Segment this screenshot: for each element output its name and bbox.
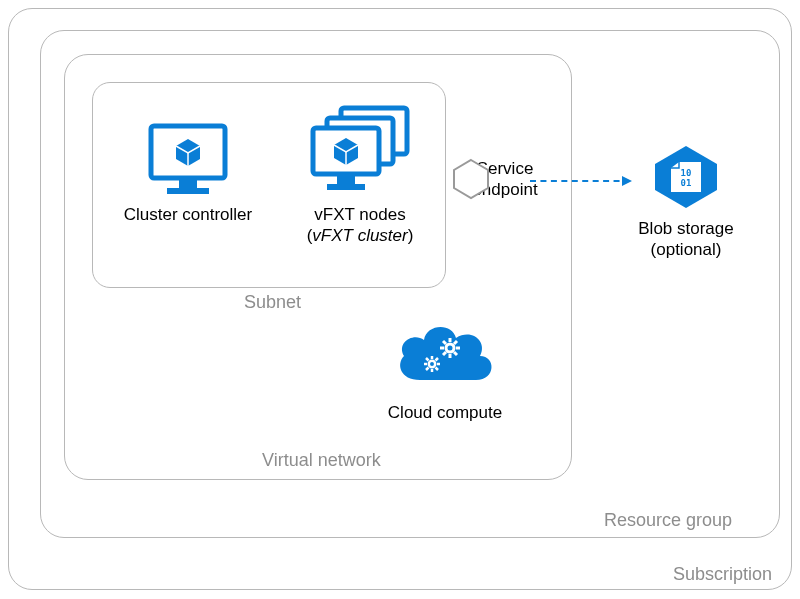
vfxt-nodes-item: vFXT nodes (vFXT cluster) — [280, 102, 440, 247]
svg-line-23 — [443, 352, 446, 355]
blob-storage-item: 10 01 Blob storage (optional) — [616, 142, 756, 261]
vfxt-nodes-label-2: vFXT cluster — [312, 226, 407, 245]
cluster-controller-item: Cluster controller — [108, 122, 268, 225]
cloud-gears-icon — [390, 318, 500, 396]
svg-line-22 — [454, 352, 457, 355]
blob-hexagon-icon: 10 01 — [649, 142, 723, 212]
hexagon-outline-icon — [450, 158, 492, 200]
virtual-network-label: Virtual network — [262, 450, 381, 471]
svg-text:10: 10 — [681, 168, 692, 178]
svg-line-32 — [426, 368, 429, 371]
svg-rect-8 — [337, 176, 355, 184]
blob-storage-label-2: (optional) — [651, 240, 722, 259]
svg-line-21 — [443, 341, 446, 344]
svg-line-31 — [436, 368, 439, 371]
svg-marker-12 — [454, 160, 488, 198]
vfxt-nodes-paren-r: ) — [408, 226, 414, 245]
subnet-label: Subnet — [244, 292, 301, 313]
svg-line-33 — [436, 358, 439, 361]
blob-storage-label-1: Blob storage — [638, 219, 733, 238]
svg-rect-1 — [179, 180, 197, 188]
cloud-compute-item: Cloud compute — [360, 318, 530, 423]
cluster-controller-label: Cluster controller — [108, 204, 268, 225]
endpoint-to-blob-arrow — [530, 180, 630, 182]
monitor-cube-icon — [145, 122, 231, 198]
resource-group-label: Resource group — [604, 510, 732, 531]
svg-line-30 — [426, 358, 429, 361]
svg-line-24 — [454, 341, 457, 344]
svg-text:01: 01 — [681, 178, 692, 188]
svg-rect-9 — [327, 184, 365, 190]
subscription-label: Subscription — [673, 564, 772, 585]
monitor-cube-stack-icon — [305, 102, 415, 198]
cloud-compute-label: Cloud compute — [360, 402, 530, 423]
svg-rect-2 — [167, 188, 209, 194]
vfxt-nodes-label-1: vFXT nodes — [314, 205, 405, 224]
